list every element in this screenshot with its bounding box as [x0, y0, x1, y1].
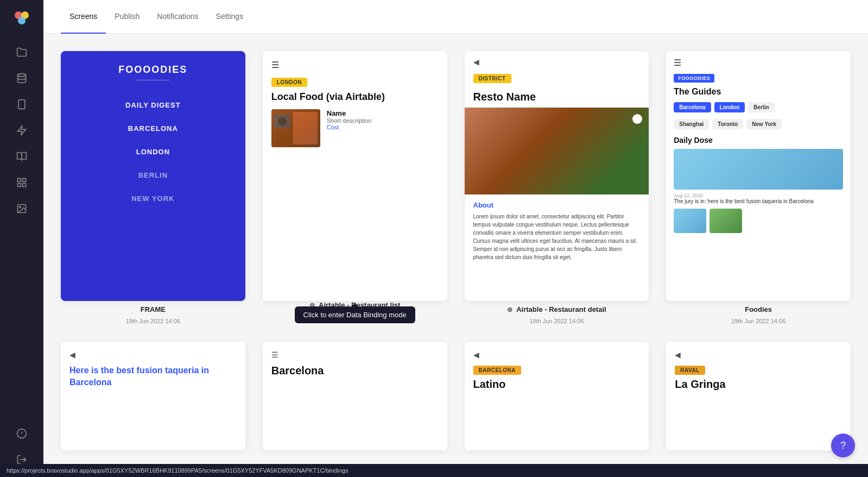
folder-icon[interactable] — [11, 41, 33, 63]
hamburger-icon: ☰ — [271, 60, 279, 70]
bottom2-hamburger: ☰ — [271, 348, 439, 365]
frame-brand: FOOOODIES — [118, 64, 187, 76]
svg-rect-19 — [293, 112, 318, 145]
help-button[interactable]: ? — [831, 434, 855, 457]
daily-date: Aug 12, 2020 — [674, 193, 843, 198]
detail-radio-button — [632, 114, 642, 124]
data-binding-tooltip: Click to enter Data Binding mode — [295, 306, 415, 323]
frame-menu-daily: DAILY DIGEST — [69, 93, 237, 117]
screens-grid: FOOOODIES DAILY DIGEST BARCELONA LONDON … — [43, 34, 868, 477]
phone-icon[interactable] — [11, 93, 33, 115]
foodies-title: The Guides — [674, 87, 843, 97]
city-btn-london[interactable]: London — [714, 102, 745, 112]
screen-card-bottom-4: ◀ RAVAL La Gringa — [666, 342, 851, 450]
screen-preview-foodies[interactable]: ☰ FOOOODIES The Guides Barcelona London … — [666, 51, 851, 301]
bottom4-back: ◀ — [675, 348, 842, 365]
svg-rect-9 — [23, 184, 26, 187]
city-buttons-row1: Barcelona London Berlin — [674, 102, 843, 112]
restaurant-info: Name Short description Cost — [327, 109, 372, 147]
foodies-date: 19th Jun 2022 14:06 — [731, 318, 785, 324]
city-btn-shanghai[interactable]: Shanghai — [674, 119, 709, 129]
info-icon[interactable] — [11, 423, 33, 444]
svg-rect-10 — [18, 184, 21, 187]
image-icon[interactable] — [11, 198, 33, 219]
screen-preview-bottom-1[interactable]: ◀ Here is the best fusion taqueria in Ba… — [61, 342, 245, 450]
screen-preview-list[interactable]: ☰ LONDON Local Food (via Airtable) — [263, 51, 447, 301]
foodies-brand-badge: FOOOODIES — [674, 74, 714, 83]
database-icon[interactable] — [11, 67, 33, 89]
main-area: Screens Publish Notifications Settings F… — [43, 0, 868, 477]
daily-thumb-2 — [709, 209, 742, 233]
screen-card-list: ☰ LONDON Local Food (via Airtable) — [263, 51, 447, 324]
daily-text: The jury is in: here is the best fusion … — [674, 198, 843, 204]
foodies-hamburger: ☰ — [674, 58, 681, 68]
lightning-icon[interactable] — [11, 120, 33, 141]
restaurant-cost: Cost — [327, 124, 372, 130]
restaurant-name: Name — [327, 109, 372, 117]
help-icon: ? — [840, 440, 846, 451]
detail-date: 19th Jun 2022 14:06 — [529, 318, 584, 324]
tab-settings[interactable]: Settings — [207, 0, 252, 34]
list-screen-title: Local Food (via Airtable) — [271, 91, 439, 103]
screen-preview-bottom-2[interactable]: ☰ Barcelona — [263, 342, 447, 450]
app-logo — [10, 7, 34, 30]
daily-dose-title: Daily Dose — [674, 136, 843, 145]
detail-about-section: About Lorem ipsum dolor sit amet, consec… — [465, 194, 649, 268]
restaurant-desc: Short description — [327, 117, 372, 124]
svg-marker-6 — [18, 126, 26, 135]
screen-preview-bottom-4[interactable]: ◀ RAVAL La Gringa — [666, 342, 851, 450]
tab-publish[interactable]: Publish — [106, 0, 148, 34]
screen-card-bottom-3: ◀ BARCELONA Latino — [465, 342, 649, 450]
frame-menu-newyork: NEW YORK — [69, 187, 237, 210]
bottom3-back: ◀ — [473, 348, 641, 365]
list-header: ☰ — [271, 60, 439, 70]
top-navigation: Screens Publish Notifications Settings — [43, 0, 868, 34]
frame-title-label: FRAME — [141, 305, 166, 313]
bottom1-back: ◀ — [69, 348, 237, 365]
tab-notifications[interactable]: Notifications — [148, 0, 207, 34]
frame-date: 19th Jun 2022 14:06 — [126, 318, 180, 324]
screen-card-bottom-2: ☰ Barcelona — [263, 342, 447, 450]
svg-point-12 — [20, 206, 21, 208]
frame-menu-berlin: BERLIN — [69, 164, 237, 187]
city-btn-barcelona[interactable]: Barcelona — [674, 102, 711, 112]
screen-card-detail: ◀ DISTRICT Resto Name About Lorem ipsum … — [465, 51, 649, 324]
svg-point-20 — [278, 117, 287, 125]
detail-restaurant-name: Resto Name — [465, 91, 649, 108]
city-btn-toronto[interactable]: Toronto — [712, 119, 743, 129]
bottom3-title: Latino — [473, 378, 641, 391]
list-card-wrapper: ☰ LONDON Local Food (via Airtable) — [263, 51, 447, 316]
detail-restaurant-image — [465, 108, 649, 194]
svg-point-3 — [18, 74, 26, 77]
restaurant-row: Name Short description Cost — [271, 109, 439, 147]
daily-thumb-1 — [674, 209, 706, 233]
screen-preview-detail[interactable]: ◀ DISTRICT Resto Name About Lorem ipsum … — [465, 51, 649, 301]
screen-preview-bottom-3[interactable]: ◀ BARCELONA Latino — [465, 342, 649, 450]
bottom4-badge: RAVAL — [675, 366, 705, 375]
bottom3-badge: BARCELONA — [473, 366, 521, 375]
restaurant-image — [271, 109, 320, 147]
layout-icon[interactable] — [11, 172, 33, 193]
svg-rect-7 — [18, 179, 21, 182]
district-badge: DISTRICT — [473, 74, 511, 83]
status-url: https://projects.bravostudio.app/apps/01… — [7, 467, 348, 474]
frame-divider — [137, 80, 169, 80]
foodies-title-label: Foodies — [745, 305, 772, 313]
city-btn-newyork[interactable]: New York — [746, 119, 782, 129]
frame-menu-barcelona: BARCELONA — [69, 117, 237, 140]
sidebar — [0, 0, 43, 477]
book-icon[interactable] — [11, 146, 33, 167]
city-btn-berlin[interactable]: Berlin — [748, 102, 774, 112]
detail-title-label: ⊜ Airtable - Restaurant detail — [507, 305, 606, 313]
status-bar: https://projects.bravostudio.app/apps/01… — [0, 464, 868, 477]
daily-thumbnails — [674, 209, 843, 233]
detail-header: ◀ — [465, 51, 649, 73]
daily-dose-image — [674, 149, 843, 190]
london-badge: LONDON — [271, 78, 307, 87]
svg-rect-8 — [23, 179, 26, 182]
city-buttons-row2: Shanghai Toronto New York — [674, 119, 843, 129]
tab-screens[interactable]: Screens — [61, 0, 106, 34]
screen-preview-frame[interactable]: FOOOODIES DAILY DIGEST BARCELONA LONDON … — [61, 51, 245, 301]
svg-point-2 — [18, 17, 26, 24]
bottom1-title: Here is the best fusion taqueria in Barc… — [69, 365, 237, 389]
